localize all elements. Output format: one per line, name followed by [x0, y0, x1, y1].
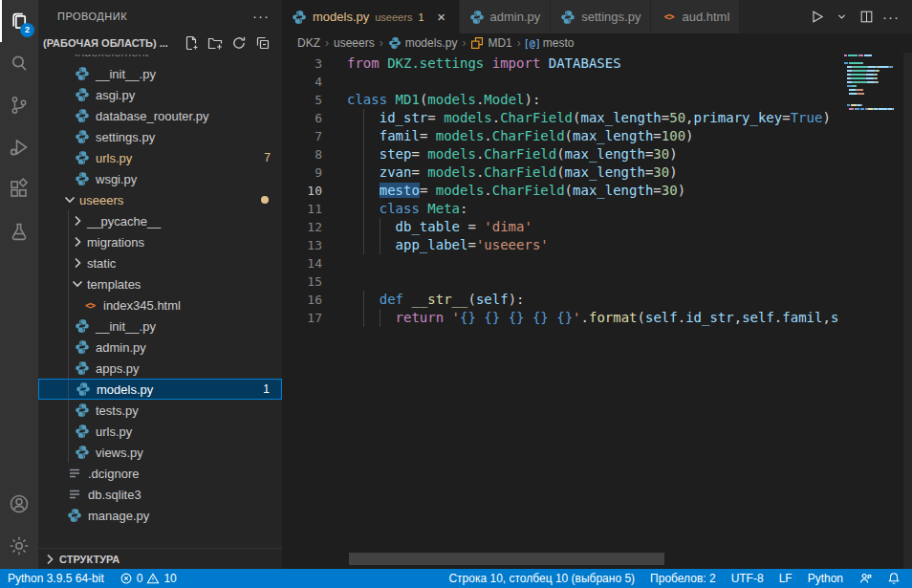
- code-token: =: [411, 164, 427, 180]
- new-file-button[interactable]: [184, 35, 199, 51]
- line-number[interactable]: 14: [282, 254, 322, 272]
- code-token: .: [492, 110, 500, 125]
- activity-item-search[interactable]: [0, 42, 38, 84]
- code-token: Model: [484, 92, 524, 107]
- breadcrumb-item-dkz[interactable]: DKZ: [297, 36, 320, 50]
- activity-item-source-control[interactable]: [0, 84, 38, 126]
- tree-item-settings-py[interactable]: settings.py: [38, 126, 282, 147]
- minimap[interactable]: [844, 54, 903, 112]
- tree-item-init-py[interactable]: __init__.py: [38, 63, 282, 84]
- tree-item-db-sqlite3[interactable]: db.sqlite3: [38, 484, 282, 505]
- breadcrumb-item-md1[interactable]: MD1: [470, 36, 511, 50]
- code-line-4: 4: [282, 73, 844, 91]
- line-number[interactable]: 4: [282, 73, 322, 91]
- code-token: .: [484, 128, 491, 143]
- status-item-cursor-position[interactable]: Строка 10, столбец 10 (выбрано 5): [441, 569, 642, 588]
- line-number[interactable]: 7: [282, 127, 322, 145]
- code-token: :: [460, 201, 467, 216]
- ellipsis-icon[interactable]: ···: [253, 9, 269, 24]
- activity-item-testing[interactable]: [0, 210, 38, 252]
- new-folder-button[interactable]: [207, 35, 223, 51]
- workspace-section-header[interactable]: (РАБОЧАЯ ОБЛАСТЬ) ...: [38, 33, 282, 54]
- tree-item-pycache[interactable]: __pycache__: [38, 210, 282, 231]
- line-number[interactable]: 5: [282, 91, 322, 109]
- collapse-folders-button[interactable]: [255, 35, 271, 51]
- breadcrumb-item-models-py[interactable]: models.py: [388, 36, 458, 50]
- status-item-notifications[interactable]: [879, 569, 908, 588]
- tab-settings-py[interactable]: settings.py: [551, 0, 651, 33]
- line-number[interactable]: 11: [282, 200, 322, 218]
- code-text: return '{} {} {} {} {}'.format(self.id_s…: [347, 309, 838, 327]
- split-editor-button[interactable]: [855, 6, 878, 29]
- code-editor[interactable]: 3from DKZ.settings import DATABASES45cla…: [282, 53, 844, 569]
- tree-item-label: database_roouter.py: [96, 109, 209, 123]
- line-number[interactable]: 12: [282, 218, 322, 236]
- tab-description: useeers: [375, 11, 412, 23]
- tree-item-init-py[interactable]: __init__.py: [38, 316, 282, 337]
- line-number[interactable]: 15: [282, 272, 322, 291]
- status-item-language-mode[interactable]: Python: [800, 569, 851, 588]
- code-text: zvan= models.CharField(max_length=30): [347, 163, 678, 182]
- status-item-python-interpreter[interactable]: Python 3.9.5 64-bit: [0, 569, 112, 588]
- tree-item-useeers[interactable]: useeers: [38, 189, 282, 210]
- status-item-problems[interactable]: 010: [112, 569, 185, 588]
- tree-item-asgi-py[interactable]: asgi.py: [38, 84, 282, 105]
- tree-item-migrations[interactable]: migrations: [38, 231, 282, 252]
- tree-item-models-py[interactable]: models.py1: [38, 379, 282, 400]
- tree-item-indexelement[interactable]: indexelement: [38, 54, 282, 63]
- code-token: =: [411, 146, 427, 162]
- minimap-token: [860, 104, 862, 106]
- tree-item-apps-py[interactable]: apps.py: [38, 358, 282, 379]
- activity-item-extensions[interactable]: [0, 168, 38, 210]
- line-number[interactable]: 8: [282, 145, 322, 163]
- tree-item-index345-html[interactable]: <>index345.html: [38, 294, 282, 316]
- tab-admin-py[interactable]: admin.py: [460, 0, 552, 33]
- ellipsis-icon: ···: [883, 9, 900, 25]
- horizontal-scrollbar[interactable]: [349, 553, 664, 565]
- close-icon[interactable]: ×: [434, 10, 449, 25]
- vertical-scrollbar[interactable]: [903, 53, 912, 569]
- tab-aud-html[interactable]: <>aud.html: [651, 0, 740, 33]
- status-item-eol[interactable]: LF: [771, 569, 800, 588]
- breadcrumb-item-mesto[interactable]: [@]mesto: [526, 36, 575, 50]
- activity-item-manage[interactable]: [0, 525, 38, 567]
- line-number[interactable]: 3: [282, 54, 322, 73]
- outline-section-header[interactable]: СТРУКТУРА: [38, 548, 282, 569]
- refresh-explorer-button[interactable]: [231, 35, 247, 51]
- tab-models-py[interactable]: models.pyuseeers1×: [282, 0, 460, 33]
- tree-item-database-roouter-py[interactable]: database_roouter.py: [38, 105, 282, 126]
- status-item-feedback[interactable]: [851, 569, 879, 588]
- tree-item-static[interactable]: static: [38, 252, 282, 273]
- minimap-line: [844, 85, 903, 87]
- tree-item-urls-py[interactable]: urls.py: [38, 421, 282, 442]
- activity-item-explorer[interactable]: 2: [0, 0, 38, 42]
- feedback-icon: [858, 572, 872, 585]
- tree-item-views-py[interactable]: views.py: [38, 442, 282, 463]
- gear-icon: [8, 534, 31, 557]
- status-item-encoding[interactable]: UTF-8: [724, 569, 771, 588]
- line-number[interactable]: 6: [282, 109, 322, 127]
- tree-item-manage-py[interactable]: manage.py: [38, 505, 282, 526]
- activity-item-accounts[interactable]: [0, 483, 38, 525]
- tree-item-urls-py[interactable]: urls.py7: [38, 147, 282, 168]
- code-token: ): [678, 183, 685, 198]
- tree-item-dcignore[interactable]: .dcignore: [38, 463, 282, 484]
- run-dropdown[interactable]: [830, 6, 853, 29]
- line-number[interactable]: 17: [282, 309, 322, 327]
- sidebar-title-actions: ···: [253, 9, 269, 25]
- tree-item-templates[interactable]: templates: [38, 273, 282, 294]
- tree-item-admin-py[interactable]: admin.py: [38, 337, 282, 358]
- tree-item-label: models.py: [97, 382, 153, 397]
- tree-item-wsgi-py[interactable]: wsgi.py: [38, 168, 282, 189]
- line-number[interactable]: 10: [282, 182, 322, 200]
- tree-item-tests-py[interactable]: tests.py: [38, 400, 282, 421]
- activity-item-run-and-debug[interactable]: [0, 126, 38, 168]
- code-token: 50: [669, 110, 685, 125]
- line-number[interactable]: 9: [282, 163, 322, 182]
- breadcrumb-item-useeers[interactable]: useeers: [334, 36, 375, 50]
- status-item-indentation[interactable]: Пробелов: 2: [642, 569, 724, 588]
- more-actions-button[interactable]: ···: [879, 6, 902, 29]
- line-number[interactable]: 13: [282, 236, 322, 254]
- run-button[interactable]: [805, 6, 828, 29]
- line-number[interactable]: 16: [282, 291, 322, 309]
